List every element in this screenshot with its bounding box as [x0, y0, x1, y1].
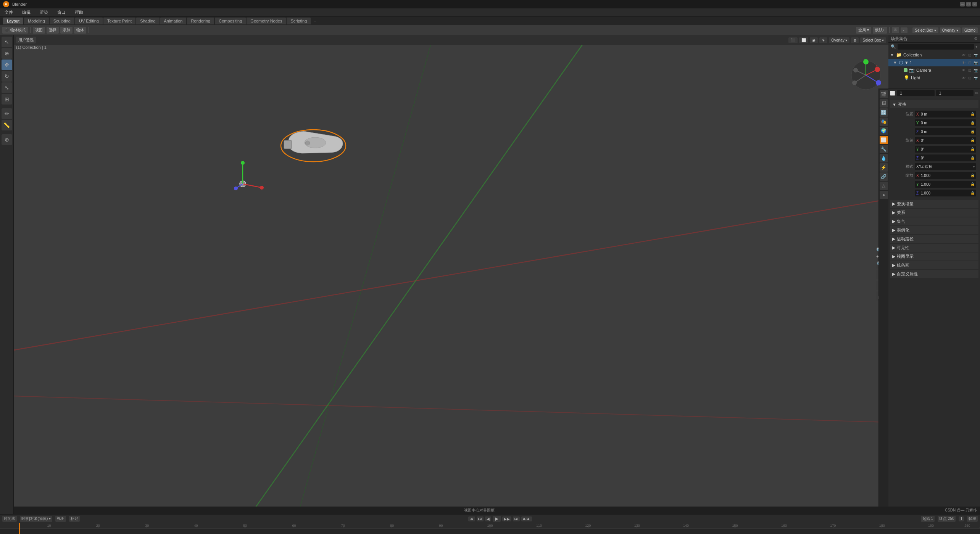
outliner-light[interactable]: 💡 Light 👁 ⊡ 📷 [888, 74, 980, 82]
outliner-collection[interactable]: ▼ 📁 Collection 👁 ⊡ 📷 [888, 51, 980, 59]
position-y-field[interactable]: Y 0 m 🔒 [915, 119, 976, 126]
props-physics[interactable]: ⚡ [880, 163, 888, 172]
motion-paths-header[interactable]: ▶ 运动路径 [890, 235, 978, 243]
collection-render-btn[interactable]: 📷 [973, 53, 978, 57]
scale-x-field[interactable]: X 1.000 🔒 [915, 172, 976, 179]
tab-uv-editing[interactable]: UV Editing [75, 18, 103, 24]
scale-y-lock[interactable]: 🔒 [970, 182, 975, 186]
viewport-shading-material[interactable]: ◉ [810, 37, 818, 43]
proportional-edit[interactable]: ○ [901, 27, 907, 33]
jump-end-btn[interactable]: ⏭⏭ [521, 516, 532, 521]
pos-y-lock[interactable]: 🔒 [970, 121, 975, 125]
move-tool[interactable]: ✥ [2, 60, 12, 70]
rot-x-lock[interactable]: 🔒 [970, 138, 975, 142]
next-frame-btn[interactable]: ▶▶ [502, 516, 511, 521]
camera-hide-btn[interactable]: ⊡ [967, 68, 972, 72]
close-button[interactable]: ✕ [972, 2, 977, 6]
rotation-z-field[interactable]: Z 0° 🔒 [915, 154, 976, 161]
props-view-layer[interactable]: 🔢 [880, 108, 888, 117]
cursor-tool[interactable]: ⊕ [2, 48, 12, 59]
camera-render-btn[interactable]: 📷 [973, 68, 978, 72]
select-menu[interactable]: 选择 [47, 27, 59, 34]
tab-texture-paint[interactable]: Texture Paint [103, 18, 135, 24]
menu-render[interactable]: 渲染 [38, 9, 50, 16]
tab-animation[interactable]: Animation [160, 18, 187, 24]
select-tool[interactable]: ↖ [2, 37, 12, 47]
tab-modeling[interactable]: Modeling [24, 18, 49, 24]
overlay-toggle[interactable]: Overlay ▾ [940, 27, 961, 33]
annotate-tool[interactable]: ✏ [2, 108, 12, 119]
props-render[interactable]: 🎬 [880, 90, 888, 98]
viewport-shading-wireframe[interactable]: ⬛ [788, 37, 798, 43]
camera-view-btn[interactable]: 👁 [961, 68, 966, 72]
menu-window[interactable]: 窗口 [56, 9, 67, 16]
viewport-overlay-btn2[interactable]: Overlay ▾ [829, 37, 849, 43]
transform-header[interactable]: ▼ 变换 [890, 100, 978, 108]
tab-rendering[interactable]: Rendering [187, 18, 214, 24]
menu-file[interactable]: 文件 [3, 9, 15, 16]
scale-y-field[interactable]: Y 1.000 🔒 [915, 181, 976, 188]
menu-help[interactable]: 帮助 [73, 9, 85, 16]
props-modifier[interactable]: 🔧 [880, 145, 888, 153]
rotation-mode-field[interactable]: XYZ 欧拉 ▾ [915, 163, 976, 170]
jump-start-btn[interactable]: ⏮ [468, 516, 475, 521]
scale-z-lock[interactable]: 🔒 [970, 191, 975, 195]
start-frame-display[interactable]: 起始 1 [921, 516, 935, 522]
scale-z-field[interactable]: Z 1.000 🔒 [915, 190, 976, 196]
mode-selector[interactable]: ⚫ 物体模式 [2, 27, 28, 34]
scale-x-lock[interactable]: 🔒 [970, 174, 975, 177]
light-view-btn[interactable]: 👁 [961, 76, 966, 80]
timeline-track[interactable]: 10 20 30 40 50 60 70 80 90 100 [0, 523, 980, 534]
view-menu[interactable]: 视图 [33, 27, 45, 34]
timeline-markers[interactable]: 标记 [69, 516, 80, 522]
viewport-overlay-btn[interactable]: 用户透视 [16, 37, 36, 43]
gizmo-toggle[interactable]: Gizmo [962, 27, 978, 33]
tab-shading[interactable]: Shading [136, 18, 159, 24]
add-workspace-button[interactable]: + [311, 18, 318, 24]
tab-layout[interactable]: Layout [3, 18, 23, 24]
light-render-btn[interactable]: 📷 [973, 76, 978, 80]
props-constraints[interactable]: 🔗 [880, 172, 888, 181]
outliner-filter-icon[interactable]: ⚙ [974, 36, 978, 41]
viewport-shading-solid[interactable]: ⬜ [799, 37, 808, 43]
timeline-mode[interactable]: 时间线 [2, 516, 17, 522]
measure-tool[interactable]: 📏 [2, 120, 12, 130]
snap-button[interactable]: ⧖ [892, 27, 899, 33]
prev-frame-btn[interactable]: ◀ [485, 516, 491, 521]
maximize-button[interactable]: □ [966, 2, 971, 6]
outliner-filter-dropdown[interactable]: ▾ [975, 44, 978, 49]
position-x-field[interactable]: X 0 m 🔒 [915, 111, 976, 117]
minimize-button[interactable]: ─ [960, 2, 965, 6]
tab-sculpting[interactable]: Sculpting [50, 18, 74, 24]
end-frame-display[interactable]: 终点 250 [938, 516, 956, 522]
pivot-selector[interactable]: 默认↓ [873, 27, 887, 34]
shading-header[interactable]: ▶ 线条画 [890, 261, 978, 269]
outliner-search-input[interactable] [898, 44, 974, 50]
light-hide-btn[interactable]: ⊡ [967, 76, 972, 80]
custom-props-header[interactable]: ▶ 自定义属性 [890, 270, 978, 278]
transform-tool[interactable]: ⊞ [2, 94, 12, 105]
collection-view-btn[interactable]: 👁 [961, 53, 966, 57]
obj1-view-btn[interactable]: 👁 [961, 61, 966, 65]
transform-gizmo[interactable] [220, 161, 266, 207]
tab-scripting[interactable]: Scripting [287, 18, 311, 24]
tab-geometry-nodes[interactable]: Geometry Nodes [247, 18, 286, 24]
viewport-gizmo-btn[interactable]: ⊕ [851, 37, 859, 43]
current-frame-display[interactable]: 1 [959, 516, 964, 521]
viewport[interactable]: 用户透视 ⬛ ⬜ ◉ ☀ Overlay ▾ ⊕ Select Box ▾ 用户… [14, 35, 888, 514]
collections-header[interactable]: ▶ 集合 [890, 217, 978, 225]
rot-z-lock[interactable]: 🔒 [970, 156, 975, 160]
viewport-select-box[interactable]: Select Box ▾ [860, 37, 886, 43]
props-output[interactable]: 🖼 [880, 99, 888, 108]
timeline-view[interactable]: 视图 [55, 516, 66, 522]
position-z-field[interactable]: Z 0 m 🔒 [915, 128, 976, 135]
pos-z-lock[interactable]: 🔒 [970, 130, 975, 134]
add-menu[interactable]: 添加 [60, 27, 73, 34]
3d-object[interactable] [273, 115, 350, 169]
transform-delta-header[interactable]: ▶ 变换增量 [890, 200, 978, 208]
viewport-shading-rendered[interactable]: ☀ [819, 37, 827, 43]
object-menu[interactable]: 物体 [74, 27, 86, 34]
relations-header[interactable]: ▶ 关系 [890, 209, 978, 217]
collection-hide-btn[interactable]: ⊡ [967, 53, 972, 57]
rotate-tool[interactable]: ↻ [2, 71, 12, 82]
